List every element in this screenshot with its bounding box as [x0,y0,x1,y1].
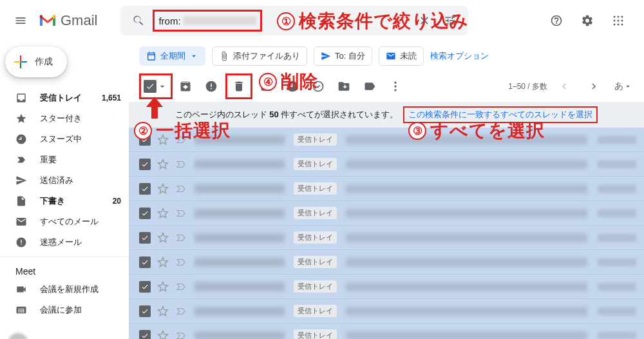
meet-item-0[interactable]: 会議を新規作成 [0,279,129,300]
archive-icon[interactable] [173,73,198,99]
star-icon[interactable] [157,134,169,146]
delete-icon[interactable] [232,80,245,93]
snooze-icon[interactable] [279,73,305,99]
search-options-icon[interactable] [437,14,463,27]
sidebar-item-1[interactable]: スター付き [0,108,129,129]
menu-icon[interactable] [5,5,36,36]
svg-point-7 [618,24,620,26]
chip-label: 未読 [400,50,417,62]
star-icon[interactable] [157,330,169,340]
date-redacted [598,209,636,217]
mark-unread-icon[interactable] [254,73,279,99]
move-to-icon[interactable] [331,73,357,99]
report-spam-icon[interactable] [198,73,224,99]
chip-unread[interactable]: 未読 [379,46,424,66]
labels-icon[interactable] [357,73,383,99]
star-icon[interactable] [157,159,169,170]
banner-text: このページ内のスレッド 50 件すべてが選択されています。 [175,109,399,121]
apps-icon[interactable] [605,8,631,34]
inbox-label: 受信トレイ [294,329,337,339]
sidebar-item-4[interactable]: 送信済み [0,170,129,191]
nav-label: 下書き [40,195,65,207]
keyboard-icon [15,304,28,316]
importance-icon[interactable] [175,257,187,268]
select-all-highlight [139,73,173,99]
inbox-label: 受信トレイ [294,256,337,268]
importance-icon[interactable] [175,305,187,317]
importance-icon[interactable] [175,208,187,219]
chip-attachment[interactable]: 添付ファイルあり [212,46,307,66]
message-row[interactable]: 受信トレイ [129,152,644,177]
star-icon[interactable] [157,257,169,268]
importance-icon[interactable] [175,159,187,170]
help-icon[interactable] [544,8,569,34]
spam-icon [15,237,28,248]
date-redacted [598,185,636,193]
star-icon[interactable] [157,183,169,195]
star-icon[interactable] [157,305,169,317]
sidebar-item-2[interactable]: スヌーズ中 [0,129,129,150]
compose-button[interactable]: 作成 [5,46,67,77]
row-checkbox[interactable] [139,257,151,268]
sidebar-item-5[interactable]: 下書き20 [0,191,129,211]
send-icon [15,175,28,186]
star-icon [15,113,28,124]
select-all-link[interactable]: この検索条件に一致するすべてのスレッドを選択 [403,106,598,123]
row-checkbox[interactable] [139,305,151,317]
row-checkbox[interactable] [139,330,151,340]
importance-icon[interactable] [175,281,187,293]
add-task-icon[interactable] [305,73,331,99]
row-checkbox[interactable] [139,134,151,146]
sender-redacted [194,209,285,218]
star-icon[interactable] [157,281,169,293]
subject-redacted [346,135,587,144]
meet-item-1[interactable]: 会議に参加 [0,300,129,320]
message-row[interactable]: 受信トレイ [129,226,644,250]
star-icon[interactable] [157,208,169,219]
row-checkbox[interactable] [139,281,151,293]
search-box[interactable]: from: [120,6,468,35]
inbox-label: 受信トレイ [294,305,337,317]
sidebar-item-0[interactable]: 受信トレイ1,651 [0,88,129,108]
chip-to[interactable]: To: 自分 [314,46,372,66]
importance-icon[interactable] [175,183,187,195]
message-row[interactable]: 受信トレイ [129,250,644,275]
row-checkbox[interactable] [139,232,151,244]
sender-redacted [194,184,285,193]
message-row[interactable]: 受信トレイ [129,275,644,299]
subject-redacted [346,233,587,242]
nav-label: スヌーズ中 [40,133,82,145]
more-icon[interactable] [383,73,408,99]
row-checkbox[interactable] [139,183,151,195]
message-row[interactable]: 受信トレイ [129,324,644,339]
clear-search-icon[interactable] [412,14,437,27]
gmail-logo[interactable]: Gmail [39,12,97,29]
next-page-icon[interactable] [581,73,607,99]
importance-icon[interactable] [175,330,187,340]
select-all-checkbox[interactable] [144,80,156,93]
settings-icon[interactable] [574,8,600,34]
importance-icon[interactable] [175,232,187,244]
search-options-link[interactable]: 検索オプション [430,50,489,62]
row-checkbox[interactable] [139,208,151,219]
select-dropdown-icon[interactable] [156,81,168,92]
message-row[interactable]: 受信トレイ [129,128,644,152]
chip-period[interactable]: 全期間 [139,46,205,66]
account-avatar[interactable] [8,333,28,339]
clock-icon [15,133,28,145]
input-tools-icon[interactable]: あ [611,73,636,99]
row-checkbox[interactable] [139,159,151,170]
sidebar-item-3[interactable]: 重要 [0,150,129,170]
message-row[interactable]: 受信トレイ [129,201,644,226]
message-row[interactable]: 受信トレイ [129,299,644,324]
sidebar-item-6[interactable]: すべてのメール [0,211,129,232]
nav-label: 重要 [40,154,57,166]
star-icon[interactable] [157,232,169,244]
message-row[interactable]: 受信トレイ [129,177,644,201]
chip-label: 添付ファイルあり [233,50,300,62]
search-icon[interactable] [126,14,151,27]
date-redacted [598,332,636,340]
prev-page-icon[interactable] [551,73,577,99]
importance-icon[interactable] [175,134,187,146]
sidebar-item-7[interactable]: 迷惑メール [0,232,129,253]
